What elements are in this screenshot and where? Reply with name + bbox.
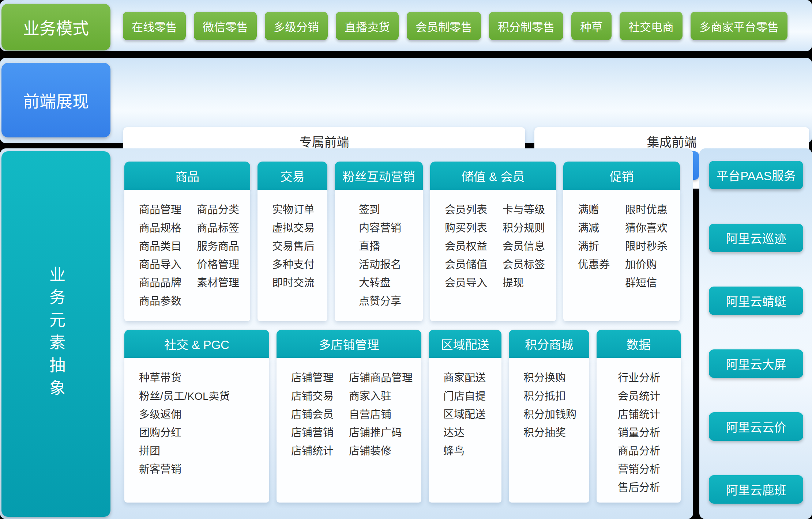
card-body: 商品管理商品规格商品类目商品导入商品品牌商品参数商品分类商品标签服务商品价格管理…	[124, 190, 250, 321]
card-item: 会员信息	[503, 237, 545, 255]
business-model-chip: 微信零售	[194, 12, 257, 40]
card-item: 实物订单	[272, 201, 315, 219]
card-item: 拼团	[139, 442, 230, 460]
business-model-label: 业务模式	[1, 4, 110, 50]
card-title: 积分商城	[509, 330, 589, 358]
card-column: 卡与等级积分规则会员信息会员标签提现	[503, 201, 545, 321]
feature-card: 促销满赠满减满折优惠券限时优惠猜你喜欢限时秒杀加价购群短信	[563, 162, 680, 321]
feature-card: 粉丝互动营销签到内容营销直播活动报名大转盘点赞分享	[335, 162, 423, 321]
card-item: 提现	[503, 274, 545, 292]
card-title: 社交 & PGC	[124, 330, 269, 358]
card-item: 活动报名	[359, 255, 401, 274]
feature-card: 积分商城积分换购积分抵扣积分加钱购积分抽奖	[509, 330, 589, 503]
frontend-label: 前端展现	[1, 63, 110, 137]
paas-box: 阿里云鹿班	[709, 475, 803, 504]
card-item: 会员统计	[618, 387, 660, 405]
card-item: 商品规格	[139, 219, 181, 237]
card-item: 卡与等级	[503, 201, 545, 219]
feature-card: 数据行业分析会员统计店铺统计销量分析商品分析营销分析售后分析	[597, 330, 681, 503]
card-item: 营销分析	[618, 460, 660, 478]
card-item: 满减	[578, 219, 610, 237]
card-item: 自营店铺	[349, 405, 413, 424]
card-item: 种草带货	[139, 369, 230, 387]
business-model-chip: 积分制零售	[489, 12, 563, 40]
card-item: 店铺管理	[291, 369, 334, 387]
feature-card: 商品商品管理商品规格商品类目商品导入商品品牌商品参数商品分类商品标签服务商品价格…	[124, 162, 250, 321]
card-item: 限时优惠	[625, 201, 668, 219]
card-item: 大转盘	[359, 274, 401, 292]
card-title: 促销	[563, 162, 680, 190]
card-item: 商家配送	[443, 369, 486, 387]
card-item: 素材管理	[197, 274, 239, 292]
card-item: 积分抽奖	[523, 424, 576, 442]
card-item: 店铺装修	[349, 442, 413, 460]
paas-panel: 平台PAAS服务阿里云巡迹阿里云蜻蜓阿里云大屏阿里云云价阿里云鹿班	[699, 148, 812, 519]
business-model-chip: 种草	[571, 12, 612, 40]
card-column: 商品管理商品规格商品类目商品导入商品品牌商品参数	[139, 201, 181, 321]
card-item: 会员权益	[445, 237, 487, 255]
card-item: 售后分析	[618, 478, 660, 497]
card-body: 种草带货粉丝/员工/KOL卖货多级返佣团购分红拼团新客营销	[124, 358, 269, 503]
card-item: 新客营销	[139, 460, 230, 478]
card-item: 店铺统计	[618, 405, 660, 424]
card-item: 店铺会员	[291, 405, 334, 424]
card-item: 团购分红	[139, 424, 230, 442]
paas-box: 阿里云云价	[709, 412, 803, 441]
business-model-chip: 多商家平台零售	[691, 12, 787, 40]
business-model-chip: 直播卖货	[336, 12, 399, 40]
card-item: 商家入驻	[349, 387, 413, 405]
feature-card: 交易实物订单虚拟交易交易售后多种支付即时交流	[257, 162, 327, 321]
card-item: 蜂鸟	[443, 442, 486, 460]
card-item: 会员储值	[445, 255, 487, 274]
card-item: 商品分类	[197, 201, 239, 219]
paas-box: 平台PAAS服务	[709, 161, 803, 189]
abstraction-cards-row-1: 商品商品管理商品规格商品类目商品导入商品品牌商品参数商品分类商品标签服务商品价格…	[124, 162, 680, 321]
card-item: 多级返佣	[139, 405, 230, 424]
card-item: 商品分析	[618, 442, 660, 460]
card-item: 店铺商品管理	[349, 369, 413, 387]
card-item: 群短信	[625, 274, 668, 292]
card-item: 服务商品	[197, 237, 239, 255]
card-body: 实物订单虚拟交易交易售后多种支付即时交流	[257, 190, 327, 321]
feature-card: 储值 & 会员会员列表购买列表会员权益会员储值会员导入卡与等级积分规则会员信息会…	[430, 162, 556, 321]
card-body: 会员列表购买列表会员权益会员储值会员导入卡与等级积分规则会员信息会员标签提现	[430, 190, 556, 321]
card-item: 行业分析	[618, 369, 660, 387]
card-column: 满赠满减满折优惠券	[578, 201, 610, 321]
card-column: 限时优惠猜你喜欢限时秒杀加价购群短信	[625, 201, 668, 321]
card-item: 粉丝/员工/KOL卖货	[139, 387, 230, 405]
card-column: 商品分类商品标签服务商品价格管理素材管理	[197, 201, 239, 321]
paas-box: 阿里云蜻蜓	[709, 287, 803, 315]
business-model-chip: 多级分销	[265, 12, 328, 40]
business-model-band: 业务模式 在线零售微信零售多级分销直播卖货会员制零售积分制零售种草社交电商多商家…	[0, 0, 812, 51]
card-column: 种草带货粉丝/员工/KOL卖货多级返佣团购分红拼团新客营销	[139, 369, 230, 503]
feature-card: 社交 & PGC种草带货粉丝/员工/KOL卖货多级返佣团购分红拼团新客营销	[124, 330, 269, 503]
card-column: 店铺商品管理商家入驻自营店铺店铺推广码店铺装修	[349, 369, 413, 503]
integrated-frontend-title: 集成前端	[534, 127, 809, 150]
card-item: 积分抵扣	[523, 387, 576, 405]
business-model-chip: 在线零售	[123, 12, 186, 40]
card-item: 签到	[359, 201, 401, 219]
card-item: 积分换购	[523, 369, 576, 387]
card-item: 积分加钱购	[523, 405, 576, 424]
card-column: 店铺管理店铺交易店铺会员店铺营销店铺统计	[291, 369, 334, 503]
abstraction-band: 业务元素抽象 商品商品管理商品规格商品类目商品导入商品品牌商品参数商品分类商品标…	[0, 148, 812, 519]
dedicated-frontend-title: 专属前端	[123, 127, 525, 150]
card-item: 店铺营销	[291, 424, 334, 442]
business-model-chip: 社交电商	[620, 12, 683, 40]
card-item: 商品管理	[139, 201, 181, 219]
card-item: 猜你喜欢	[625, 219, 668, 237]
feature-card: 多店铺管理店铺管理店铺交易店铺会员店铺营销店铺统计店铺商品管理商家入驻自营店铺店…	[277, 330, 421, 503]
card-title: 数据	[597, 330, 681, 358]
card-body: 签到内容营销直播活动报名大转盘点赞分享	[335, 190, 423, 321]
abstraction-label: 业务元素抽象	[1, 151, 110, 517]
card-title: 商品	[124, 162, 250, 190]
abstraction-main-panel: 业务元素抽象 商品商品管理商品规格商品类目商品导入商品品牌商品参数商品分类商品标…	[0, 148, 693, 519]
card-item: 优惠券	[578, 255, 610, 274]
card-body: 积分换购积分抵扣积分加钱购积分抽奖	[509, 358, 589, 503]
card-title: 区域配送	[429, 330, 501, 358]
card-column: 积分换购积分抵扣积分加钱购积分抽奖	[523, 369, 576, 503]
card-item: 满折	[578, 237, 610, 255]
feature-card: 区域配送商家配送门店自提区域配送达达蜂鸟	[429, 330, 501, 503]
card-item: 满赠	[578, 201, 610, 219]
business-model-list: 在线零售微信零售多级分销直播卖货会员制零售积分制零售种草社交电商多商家平台零售	[123, 12, 787, 40]
